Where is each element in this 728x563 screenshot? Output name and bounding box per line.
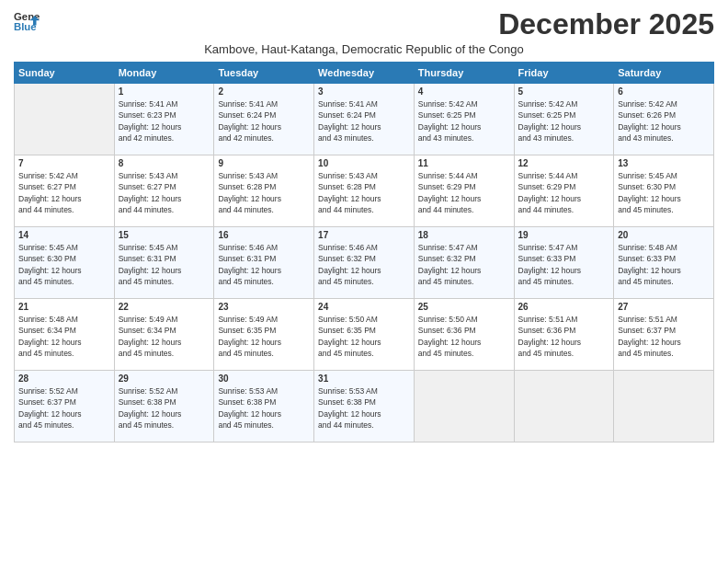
day-number: 9 <box>218 158 310 168</box>
day-number: 14 <box>18 230 110 240</box>
cell-info: Sunrise: 5:52 AM Sunset: 6:38 PM Dayligh… <box>119 385 210 431</box>
cell-info: Sunrise: 5:41 AM Sunset: 6:23 PM Dayligh… <box>119 98 210 144</box>
cell-info: Sunrise: 5:47 AM Sunset: 6:33 PM Dayligh… <box>518 242 610 287</box>
cell-info: Sunrise: 5:48 AM Sunset: 6:33 PM Dayligh… <box>618 242 710 287</box>
cell-info: Sunrise: 5:51 AM Sunset: 6:37 PM Dayligh… <box>618 314 710 359</box>
calendar-week-row: 14Sunrise: 5:45 AM Sunset: 6:30 PM Dayli… <box>15 227 714 299</box>
weekday-header: Wednesday <box>314 63 415 84</box>
calendar-cell: 20Sunrise: 5:48 AM Sunset: 6:33 PM Dayli… <box>614 227 714 299</box>
weekday-header: Sunday <box>15 63 115 84</box>
calendar-cell: 7Sunrise: 5:42 AM Sunset: 6:27 PM Daylig… <box>15 155 115 227</box>
calendar-cell: 9Sunrise: 5:43 AM Sunset: 6:28 PM Daylig… <box>214 155 314 227</box>
cell-info: Sunrise: 5:41 AM Sunset: 6:24 PM Dayligh… <box>318 98 410 144</box>
day-number: 4 <box>418 86 510 97</box>
calendar-cell <box>15 84 115 155</box>
cell-info: Sunrise: 5:43 AM Sunset: 6:28 PM Dayligh… <box>318 170 410 215</box>
cell-info: Sunrise: 5:51 AM Sunset: 6:36 PM Dayligh… <box>518 314 610 359</box>
cell-info: Sunrise: 5:53 AM Sunset: 6:38 PM Dayligh… <box>318 385 410 431</box>
day-number: 2 <box>218 86 310 97</box>
day-number: 1 <box>119 86 210 97</box>
calendar-cell: 5Sunrise: 5:42 AM Sunset: 6:25 PM Daylig… <box>514 84 614 155</box>
day-number: 27 <box>618 302 710 312</box>
calendar-cell <box>614 371 714 442</box>
calendar-cell: 11Sunrise: 5:44 AM Sunset: 6:29 PM Dayli… <box>414 155 514 227</box>
day-number: 12 <box>518 158 610 168</box>
calendar-cell: 23Sunrise: 5:49 AM Sunset: 6:35 PM Dayli… <box>214 299 314 371</box>
calendar-cell: 17Sunrise: 5:46 AM Sunset: 6:32 PM Dayli… <box>314 227 415 299</box>
cell-info: Sunrise: 5:48 AM Sunset: 6:34 PM Dayligh… <box>18 314 110 359</box>
cell-info: Sunrise: 5:45 AM Sunset: 6:30 PM Dayligh… <box>18 242 110 287</box>
subtitle: Kambove, Haut-Katanga, Democratic Republ… <box>14 42 714 56</box>
calendar-cell: 27Sunrise: 5:51 AM Sunset: 6:37 PM Dayli… <box>614 299 714 371</box>
calendar-cell: 31Sunrise: 5:53 AM Sunset: 6:38 PM Dayli… <box>314 371 415 442</box>
logo-icon: General Blue <box>14 9 40 35</box>
day-number: 28 <box>18 373 110 384</box>
day-number: 6 <box>618 86 710 97</box>
calendar-cell: 16Sunrise: 5:46 AM Sunset: 6:31 PM Dayli… <box>214 227 314 299</box>
cell-info: Sunrise: 5:43 AM Sunset: 6:28 PM Dayligh… <box>218 170 310 215</box>
calendar-cell: 14Sunrise: 5:45 AM Sunset: 6:30 PM Dayli… <box>15 227 115 299</box>
cell-info: Sunrise: 5:42 AM Sunset: 6:25 PM Dayligh… <box>518 98 610 144</box>
calendar-cell: 21Sunrise: 5:48 AM Sunset: 6:34 PM Dayli… <box>15 299 115 371</box>
weekday-header: Saturday <box>614 63 714 84</box>
day-number: 5 <box>518 86 610 97</box>
calendar-cell: 18Sunrise: 5:47 AM Sunset: 6:32 PM Dayli… <box>414 227 514 299</box>
calendar-cell: 10Sunrise: 5:43 AM Sunset: 6:28 PM Dayli… <box>314 155 415 227</box>
header: General Blue December 2025 <box>14 9 714 39</box>
calendar-cell: 4Sunrise: 5:42 AM Sunset: 6:25 PM Daylig… <box>414 84 514 155</box>
logo: General Blue <box>14 9 40 35</box>
day-number: 16 <box>218 230 310 240</box>
month-title: December 2025 <box>498 9 714 39</box>
cell-info: Sunrise: 5:50 AM Sunset: 6:36 PM Dayligh… <box>418 314 510 359</box>
day-number: 19 <box>518 230 610 240</box>
day-number: 30 <box>218 373 310 384</box>
calendar-cell: 2Sunrise: 5:41 AM Sunset: 6:24 PM Daylig… <box>214 84 314 155</box>
cell-info: Sunrise: 5:44 AM Sunset: 6:29 PM Dayligh… <box>518 170 610 215</box>
day-number: 13 <box>618 158 710 168</box>
calendar-cell: 3Sunrise: 5:41 AM Sunset: 6:24 PM Daylig… <box>314 84 415 155</box>
day-number: 15 <box>119 230 210 240</box>
calendar-cell: 24Sunrise: 5:50 AM Sunset: 6:35 PM Dayli… <box>314 299 415 371</box>
svg-text:Blue: Blue <box>14 21 37 32</box>
calendar-week-row: 21Sunrise: 5:48 AM Sunset: 6:34 PM Dayli… <box>15 299 714 371</box>
cell-info: Sunrise: 5:49 AM Sunset: 6:35 PM Dayligh… <box>218 314 310 359</box>
calendar-cell: 15Sunrise: 5:45 AM Sunset: 6:31 PM Dayli… <box>114 227 214 299</box>
calendar-week-row: 7Sunrise: 5:42 AM Sunset: 6:27 PM Daylig… <box>15 155 714 227</box>
day-number: 10 <box>318 158 410 168</box>
calendar-table: SundayMondayTuesdayWednesdayThursdayFrid… <box>14 62 714 442</box>
cell-info: Sunrise: 5:42 AM Sunset: 6:27 PM Dayligh… <box>18 170 110 215</box>
cell-info: Sunrise: 5:50 AM Sunset: 6:35 PM Dayligh… <box>318 314 410 359</box>
day-number: 11 <box>418 158 510 168</box>
day-number: 23 <box>218 302 310 312</box>
cell-info: Sunrise: 5:47 AM Sunset: 6:32 PM Dayligh… <box>418 242 510 287</box>
calendar-cell: 1Sunrise: 5:41 AM Sunset: 6:23 PM Daylig… <box>114 84 214 155</box>
day-number: 7 <box>18 158 110 168</box>
calendar-cell: 30Sunrise: 5:53 AM Sunset: 6:38 PM Dayli… <box>214 371 314 442</box>
day-number: 21 <box>18 302 110 312</box>
cell-info: Sunrise: 5:45 AM Sunset: 6:30 PM Dayligh… <box>618 170 710 215</box>
calendar-cell: 25Sunrise: 5:50 AM Sunset: 6:36 PM Dayli… <box>414 299 514 371</box>
cell-info: Sunrise: 5:44 AM Sunset: 6:29 PM Dayligh… <box>418 170 510 215</box>
weekday-header: Thursday <box>414 63 514 84</box>
cell-info: Sunrise: 5:43 AM Sunset: 6:27 PM Dayligh… <box>119 170 210 215</box>
page: General Blue December 2025 Kambove, Haut… <box>0 0 728 563</box>
day-number: 29 <box>119 373 210 384</box>
calendar-week-row: 1Sunrise: 5:41 AM Sunset: 6:23 PM Daylig… <box>15 84 714 155</box>
calendar-cell: 12Sunrise: 5:44 AM Sunset: 6:29 PM Dayli… <box>514 155 614 227</box>
day-number: 17 <box>318 230 410 240</box>
cell-info: Sunrise: 5:46 AM Sunset: 6:31 PM Dayligh… <box>218 242 310 287</box>
calendar-cell: 28Sunrise: 5:52 AM Sunset: 6:37 PM Dayli… <box>15 371 115 442</box>
cell-info: Sunrise: 5:49 AM Sunset: 6:34 PM Dayligh… <box>119 314 210 359</box>
calendar-cell: 19Sunrise: 5:47 AM Sunset: 6:33 PM Dayli… <box>514 227 614 299</box>
cell-info: Sunrise: 5:46 AM Sunset: 6:32 PM Dayligh… <box>318 242 410 287</box>
day-number: 31 <box>318 373 410 384</box>
calendar-week-row: 28Sunrise: 5:52 AM Sunset: 6:37 PM Dayli… <box>15 371 714 442</box>
day-number: 24 <box>318 302 410 312</box>
day-number: 25 <box>418 302 510 312</box>
weekday-header: Monday <box>114 63 214 84</box>
cell-info: Sunrise: 5:41 AM Sunset: 6:24 PM Dayligh… <box>218 98 310 144</box>
cell-info: Sunrise: 5:45 AM Sunset: 6:31 PM Dayligh… <box>119 242 210 287</box>
calendar-cell <box>514 371 614 442</box>
calendar-cell: 26Sunrise: 5:51 AM Sunset: 6:36 PM Dayli… <box>514 299 614 371</box>
calendar-cell: 6Sunrise: 5:42 AM Sunset: 6:26 PM Daylig… <box>614 84 714 155</box>
